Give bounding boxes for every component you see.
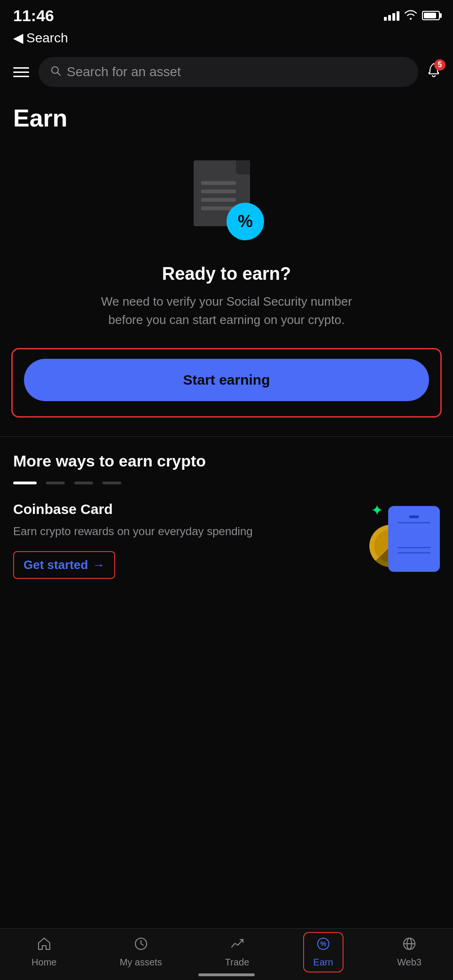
nav-item-my-assets[interactable]: My assets [110,933,172,972]
nav-item-earn[interactable]: % Earn [303,932,344,972]
earn-icon: % [316,937,330,954]
earn-subtitle: We need to verify your Social Security n… [95,292,358,329]
signal-icon [384,10,399,21]
svg-text:%: % [320,940,326,948]
home-icon [37,937,51,954]
earn-illustration: % [184,160,269,245]
web3-icon [402,937,416,954]
nav-label-web3: Web3 [397,957,422,968]
earn-hero-section: % Ready to earn? We need to verify your … [0,142,453,348]
filter-tab-3[interactable] [102,482,121,484]
trade-icon [230,937,244,954]
start-earning-wrapper: Start earning [11,348,442,418]
battery-icon [422,11,440,20]
search-icon [50,65,61,79]
filter-tab-2[interactable] [74,482,93,484]
bottom-navigation: Home My assets Trade % Earn [0,928,453,980]
get-started-button[interactable]: Get started → [13,551,115,579]
status-time: 11:46 [13,7,54,25]
credit-card-illustration [388,506,440,572]
coinbase-card-section: Coinbase Card Earn crypto rewards on you… [13,501,440,579]
percent-badge-icon: % [226,203,264,240]
nav-item-web3[interactable]: Web3 [388,933,431,972]
coinbase-card-illustration: ✦ [365,501,440,577]
nav-label-home: Home [31,957,56,968]
coinbase-card-content: Coinbase Card Earn crypto rewards on you… [13,501,365,579]
back-nav: ◀ Search [0,28,453,51]
back-button[interactable]: ◀ Search [13,30,440,46]
more-ways-title: More ways to earn crypto [13,452,440,470]
more-ways-section: More ways to earn crypto Coinbase Card E… [0,452,453,579]
notification-bell[interactable]: 5 [426,62,442,82]
back-arrow-icon: ◀ [13,30,23,46]
search-placeholder: Search for an asset [67,64,181,79]
page-title: Earn [0,93,453,142]
notification-badge: 5 [434,59,445,71]
svg-line-1 [58,73,61,76]
status-icons [384,9,440,22]
filter-tabs [13,482,440,484]
get-started-label: Get started [23,558,88,572]
status-bar: 11:46 [0,0,453,28]
filter-tab-1[interactable] [46,482,65,484]
nav-item-trade[interactable]: Trade [216,933,259,972]
nav-label-earn: Earn [313,957,333,968]
my-assets-icon [134,937,148,954]
get-started-arrow-icon: → [93,558,105,572]
filter-tab-active[interactable] [13,482,37,484]
header: Search for an asset 5 [0,51,453,93]
start-earning-button[interactable]: Start earning [24,359,429,401]
back-label: Search [26,31,68,46]
search-bar[interactable]: Search for an asset [39,57,418,87]
section-divider [0,436,453,437]
nav-item-home[interactable]: Home [22,933,66,972]
nav-label-trade: Trade [225,957,250,968]
main-content: Earn % Ready to earn? We need to verify … [0,93,453,655]
menu-button[interactable] [11,65,31,79]
earn-ready-title: Ready to earn? [162,264,291,284]
coinbase-card-title: Coinbase Card [13,501,355,517]
wifi-icon [404,9,417,22]
home-indicator [198,973,255,976]
coinbase-card-description: Earn crypto rewards on your everyday spe… [13,523,355,540]
spark-icon: ✦ [371,501,383,519]
nav-label-my-assets: My assets [120,957,162,968]
